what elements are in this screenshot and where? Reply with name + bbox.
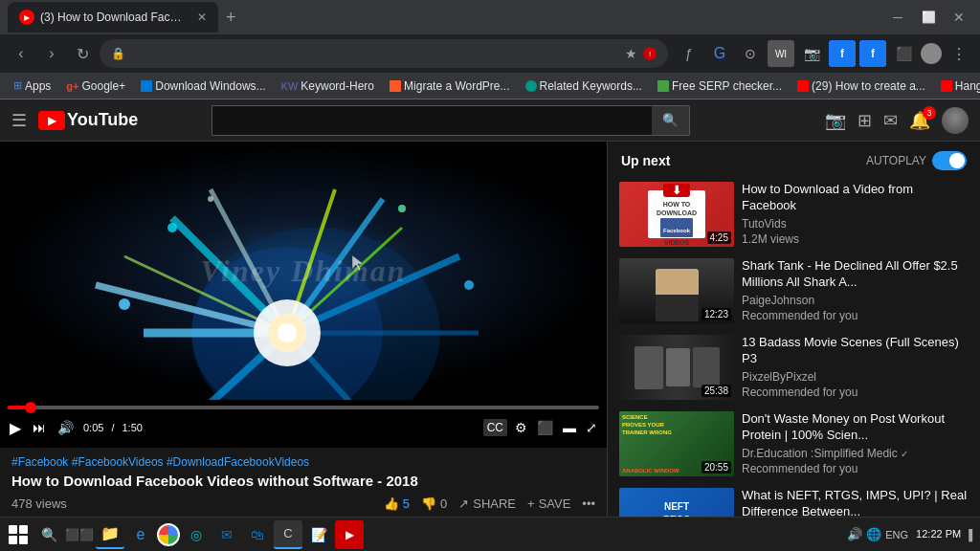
next-button[interactable]: ⏭: [31, 418, 48, 437]
bookmark-download-windows[interactable]: Download Windows...: [135, 77, 271, 95]
notifications-icon[interactable]: 🔔 3: [909, 110, 930, 131]
fullscreen-button[interactable]: ⤢: [584, 418, 599, 437]
bookmark-related[interactable]: Related Keywords...: [520, 77, 648, 95]
bookmark-keyword-hero[interactable]: KW Keyword-Hero: [276, 77, 380, 95]
bookmark-star-icon[interactable]: ★: [625, 46, 637, 61]
start-icon: [9, 525, 28, 544]
bookmark-google-plus[interactable]: g+ Google+: [60, 77, 131, 95]
sidebar-info-3: 13 Badass Movie Scenes (Full Scenes) P3 …: [742, 335, 969, 400]
bookmark-migrate-label: Migrate a WordPre...: [404, 79, 509, 93]
video-camera-icon[interactable]: 📷: [825, 110, 846, 131]
bookmark-hang-ups[interactable]: Hang Ups (Want Yo...: [935, 77, 980, 95]
taskbar-ie-icon[interactable]: e: [126, 520, 155, 549]
apps-grid-icon[interactable]: ⊞: [858, 110, 872, 131]
bookmark-serp[interactable]: Free SERP checker...: [652, 77, 788, 95]
user-avatar[interactable]: [942, 107, 969, 134]
hamburger-menu-icon[interactable]: ☰: [11, 110, 27, 131]
taskbar-chrome-icon[interactable]: [157, 523, 180, 546]
bookmark-apps[interactable]: ⊞ Apps: [8, 77, 56, 95]
video-tags[interactable]: #Facebook #FacebookVideos #DownloadFaceb…: [11, 455, 595, 469]
bookmark-related-label: Related Keywords...: [540, 79, 642, 93]
menu-button[interactable]: ⋮: [946, 40, 972, 67]
restore-button[interactable]: ⬜: [915, 4, 942, 31]
save-button[interactable]: + SAVE: [527, 496, 570, 511]
bookmark-migrate[interactable]: Migrate a WordPre...: [384, 77, 515, 95]
browser-controls: ‹ › ↻ 🔒 https://www.youtube.com/watch?v=…: [0, 34, 980, 73]
screen-icon[interactable]: ⬛: [890, 40, 917, 67]
captions-button[interactable]: CC: [483, 419, 507, 436]
language-indicator[interactable]: ENG: [885, 529, 908, 540]
progress-dot: [25, 402, 36, 413]
extensions-button[interactable]: ƒ: [676, 40, 702, 67]
bookmarks-bar: ⊞ Apps g+ Google+ Download Windows... KW…: [0, 73, 980, 99]
progress-bar[interactable]: [8, 406, 599, 409]
search-button[interactable]: 🔍: [652, 105, 690, 136]
network-icon[interactable]: 🌐: [866, 527, 881, 541]
autoplay-toggle[interactable]: [932, 151, 967, 170]
youtube-logo[interactable]: YouTube: [38, 110, 138, 130]
start-button[interactable]: [4, 520, 33, 549]
youtube-header: ☰ YouTube geekermag 🔍 📷 ⊞ ✉ 🔔 3: [0, 99, 980, 142]
url-input[interactable]: https://www.youtube.com/watch?v=c_HpQ2r9…: [131, 47, 615, 60]
chrome-icon[interactable]: ⊙: [737, 40, 764, 67]
user-avatar-icon[interactable]: [921, 43, 942, 64]
extension-2[interactable]: 📷: [798, 40, 825, 67]
share-button[interactable]: ↗ SHARE: [458, 496, 516, 511]
extension-1[interactable]: WI: [768, 40, 794, 67]
forward-button[interactable]: ›: [38, 40, 65, 67]
sidebar-video-item-3[interactable]: 25:38 13 Badass Movie Scenes (Full Scene…: [608, 329, 980, 406]
tab-title: (3) How to Download Facebook ...: [40, 11, 188, 24]
video-player[interactable]: [0, 142, 607, 400]
sidebar-thumb-1: ⬇ HOW TO DOWNLOAD Facebook VIDEOS 4:25: [619, 182, 734, 247]
taskbar-task-view[interactable]: ⬛⬛: [65, 520, 94, 549]
svg-point-16: [278, 323, 297, 342]
taskbar-file-explorer[interactable]: 📁: [96, 520, 124, 549]
back-button[interactable]: ‹: [8, 40, 34, 67]
sidebar-channel-2: PaigeJohnson: [742, 294, 969, 307]
sidebar-info-4: Don't Waste Money on Post Workout Protei…: [742, 411, 969, 476]
volume-button[interactable]: 🔊: [56, 418, 76, 437]
sidebar-title-5: What is NEFT, RTGS, IMPS, UPI? | Real Di…: [742, 488, 969, 520]
taskbar-notepad-icon[interactable]: 📝: [304, 520, 333, 549]
video-actions: 👍 5 👎 0 ↗ SHARE + SAVE: [384, 496, 595, 511]
theater-button[interactable]: ▬: [561, 418, 578, 437]
taskbar-cortana-icon[interactable]: ◎: [182, 520, 211, 549]
volume-icon[interactable]: 🔊: [847, 527, 862, 541]
close-button[interactable]: ✕: [946, 4, 972, 31]
total-time: 1:50: [122, 422, 142, 433]
settings-button[interactable]: ⚙: [513, 418, 529, 437]
taskbar-chrome-open[interactable]: C: [274, 520, 302, 549]
fb-icon[interactable]: f: [829, 40, 856, 67]
refresh-button[interactable]: ↻: [69, 40, 96, 67]
sidebar-thumb-4: SCIENCE PROVES YOUR TRAINER WRONG ANABOL…: [619, 411, 734, 476]
tab-close-button[interactable]: ✕: [197, 11, 207, 24]
video-section: Viney Dhiman ▶ ⏭ 🔊 0:05: [0, 142, 607, 551]
search-input[interactable]: geekermag: [212, 105, 652, 136]
sidebar-video-item-1[interactable]: ⬇ HOW TO DOWNLOAD Facebook VIDEOS 4:25 H…: [608, 176, 980, 253]
taskbar-store-icon[interactable]: 🛍: [243, 520, 272, 549]
active-tab[interactable]: ▶ (3) How to Download Facebook ... ✕: [8, 2, 218, 33]
minimize-button[interactable]: ─: [884, 4, 911, 31]
bookmark-how-to-create[interactable]: (29) How to create a...: [791, 77, 931, 95]
thumb-text-2: DOWNLOAD: [657, 209, 697, 216]
more-button[interactable]: •••: [582, 496, 595, 511]
like-button[interactable]: 👍 5: [384, 496, 410, 511]
system-clock: 12:22 PM: [916, 527, 961, 540]
miniplayer-button[interactable]: ⬛: [535, 418, 555, 437]
taskbar-search-icon[interactable]: 🔍: [34, 520, 63, 549]
fb-icon-2[interactable]: f: [859, 40, 886, 67]
sidebar-video-item-2[interactable]: 12:23 Shark Tank - He Declined All Offer…: [608, 253, 980, 329]
taskbar-mail-icon[interactable]: ✉: [212, 520, 241, 549]
taskbar-pinned-icons: 🔍 ⬛⬛ 📁 e ◎ ✉ 🛍 C 📝 ▶: [34, 520, 364, 549]
address-bar[interactable]: 🔒 https://www.youtube.com/watch?v=c_HpQ2…: [100, 39, 668, 68]
sidebar-video-item-4[interactable]: SCIENCE PROVES YOUR TRAINER WRONG ANABOL…: [608, 406, 980, 482]
new-tab-button[interactable]: +: [222, 8, 240, 28]
progress-area[interactable]: [0, 402, 607, 409]
dislike-button[interactable]: 👎 0: [421, 496, 447, 511]
translate-button[interactable]: G: [706, 40, 733, 67]
taskbar-red-icon[interactable]: ▶: [335, 520, 364, 549]
messages-icon[interactable]: ✉: [883, 110, 898, 131]
sidebar-title-3: 13 Badass Movie Scenes (Full Scenes) P3: [742, 335, 969, 367]
play-pause-button[interactable]: ▶: [8, 417, 23, 439]
show-desktop-button[interactable]: ▌: [969, 529, 976, 540]
